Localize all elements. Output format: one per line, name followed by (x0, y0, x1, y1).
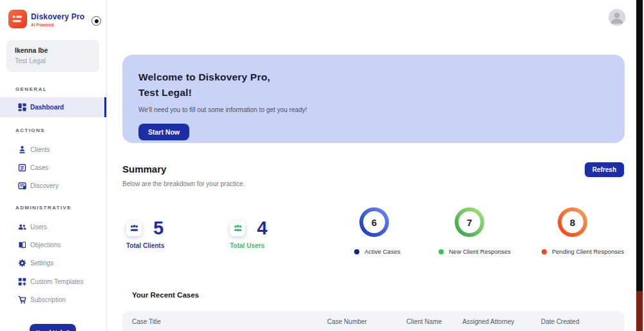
sidebar-item-label: Users (30, 223, 47, 231)
total-clients-value: 5 (153, 218, 164, 239)
sidebar-item-dashboard[interactable]: Dashboard (0, 97, 106, 117)
column-header-case-number: Case Number (327, 318, 367, 325)
new-client-responses-value: 7 (459, 211, 480, 233)
welcome-banner: Welcome to Diskovery Pro, Test Legal! We… (122, 55, 625, 143)
main-content: Welcome to Diskovery Pro, Test Legal! We… (108, 0, 636, 331)
blue-dot-icon (354, 249, 359, 254)
groups-icon (126, 221, 142, 236)
brand-tagline: AI Powered (31, 23, 84, 27)
custom-templates-icon (18, 278, 26, 286)
clients-icon (18, 146, 26, 154)
refresh-button[interactable]: Refresh (585, 162, 624, 177)
sidebar-item-settings[interactable]: Settings (0, 254, 106, 272)
summary-subtitle: Below are the breakdown for your practic… (122, 180, 245, 187)
sidebar-item-label: Cases (30, 164, 48, 171)
active-cases-ring: 6 (359, 207, 389, 237)
sidebar-item-cases[interactable]: Cases (0, 158, 106, 176)
section-label-actions: ACTIONS (15, 128, 45, 133)
section-label-general: GENERAL (15, 86, 47, 92)
recent-cases-table-header: Case Title Case Number Client Name Assig… (122, 311, 625, 331)
active-cases-value: 6 (363, 211, 385, 233)
user-organization: Test Legal (15, 57, 99, 64)
profile-avatar[interactable] (609, 9, 625, 26)
settings-icon (18, 259, 26, 267)
section-label-administrative: ADMINISTRATIVE (15, 205, 71, 211)
sidebar-item-users[interactable]: Users (0, 218, 106, 236)
legend-new-client-responses: New Client Responses (439, 248, 511, 255)
objections-icon (18, 241, 26, 249)
total-users-value: 4 (257, 218, 267, 239)
sidebar-item-subscription[interactable]: Subscription (0, 290, 106, 308)
banner-subtitle: We'll need you to fill out some informat… (138, 106, 625, 113)
screen-edge (636, 0, 644, 331)
app-root: Diskovery Pro AI Powered Ikenna Ibe Test… (0, 0, 644, 331)
dashboard-icon (18, 103, 26, 111)
user-card[interactable]: Ikenna Ibe Test Legal (6, 40, 99, 72)
brand: Diskovery Pro AI Powered (31, 12, 84, 27)
screen-edge-dark (636, 0, 643, 291)
sidebar-item-label: Custom Templates (30, 278, 84, 285)
sidebar-item-discovery[interactable]: Discovery (0, 176, 106, 194)
legend-active-cases: Active Cases (354, 248, 400, 255)
legend-label: New Client Responses (449, 248, 511, 255)
brand-name: Diskovery Pro (31, 12, 84, 21)
user-name: Ikenna Ibe (15, 46, 99, 54)
sidebar: Diskovery Pro AI Powered Ikenna Ibe Test… (0, 0, 107, 331)
orange-dot-icon (542, 249, 547, 254)
sidebar-item-label: Dashboard (30, 104, 64, 111)
sidebar-item-label: Subscription (30, 296, 66, 303)
legend-label: Active Cases (365, 248, 400, 255)
sidebar-item-custom-templates[interactable]: Custom Templates (0, 272, 106, 290)
recent-cases-title: Your Recent Cases (132, 291, 199, 299)
banner-title-line1: Welcome to Diskovery Pro, (138, 70, 625, 85)
cases-icon (18, 164, 26, 172)
discovery-icon (18, 182, 26, 190)
screen-edge-red (636, 291, 643, 331)
legend-pending-client-responses: Pending Client Responses (542, 248, 624, 255)
sidebar-item-label: Settings (30, 260, 53, 267)
new-client-responses-ring: 7 (455, 207, 484, 237)
toggle-dot-icon (95, 19, 99, 23)
stat-total-clients: 5 (126, 218, 164, 239)
sidebar-item-clients[interactable]: Clients (0, 140, 106, 158)
subscription-icon (18, 296, 26, 304)
column-header-case-title: Case Title (132, 318, 160, 325)
banner-title-line2: Test Legal! (138, 85, 625, 100)
pending-client-responses-ring: 8 (558, 207, 587, 237)
need-help-button[interactable]: Need Help? (30, 324, 76, 331)
summary-title: Summary (122, 164, 166, 175)
users-icon (18, 223, 26, 231)
sidebar-item-label: Clients (30, 146, 50, 153)
column-header-client-name: Client Name (406, 318, 442, 325)
groups-icon (230, 221, 245, 236)
sidebar-item-label: Objections (30, 241, 61, 249)
legend-label: Pending Client Responses (552, 248, 624, 255)
logo-icon (8, 10, 27, 28)
sidebar-item-label: Discovery (30, 182, 59, 189)
column-header-date-created: Date Created (541, 318, 579, 325)
start-now-button[interactable]: Start Now (138, 124, 189, 140)
total-users-label: Total Users (230, 242, 265, 249)
total-clients-label: Total Clients (126, 242, 164, 249)
sidebar-item-objections[interactable]: Objections (0, 236, 106, 254)
sidebar-collapse-toggle[interactable] (91, 16, 101, 26)
column-header-assigned-attorney: Assigned Attorney (462, 318, 515, 325)
green-dot-icon (439, 249, 444, 254)
stat-total-users: 4 (230, 218, 267, 239)
pending-client-responses-value: 8 (562, 211, 583, 233)
